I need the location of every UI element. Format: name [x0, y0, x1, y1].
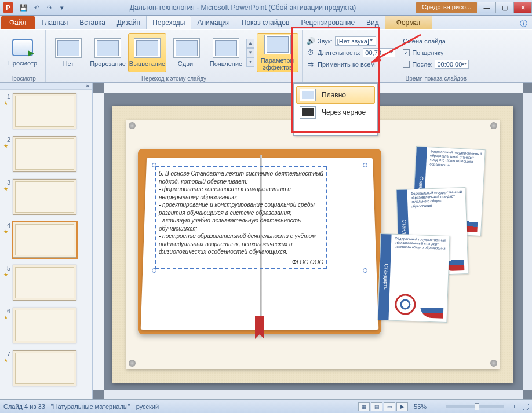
tab-review[interactable]: Рецензирование [295, 16, 360, 29]
group-preview-label: Просмотр [3, 74, 42, 82]
dropdown-item-smoothly[interactable]: Плавно [296, 86, 375, 104]
scrollbar-horizontal[interactable] [104, 390, 523, 399]
transition-push[interactable]: Сдвиг [167, 33, 206, 72]
ribbon-body: Просмотр Просмотр Нет Прорезание Выцвета… [0, 30, 532, 83]
effect-options-button[interactable]: Параметры эффектов [257, 33, 298, 72]
after-spinner[interactable]: 00:00,00▴▾ [435, 60, 469, 69]
tab-insert[interactable]: Вставка [74, 16, 111, 29]
after-value: 00:00,00 [437, 61, 462, 68]
thumb-number: 6 [3, 308, 10, 315]
thumbnail-row[interactable]: 4★ [0, 218, 92, 261]
transition-none-icon [55, 38, 82, 58]
selected-text-frame[interactable]: 5. В основе Стандарта лежит системно-дея… [155, 166, 327, 269]
slide-thumbnail[interactable] [13, 136, 76, 172]
thumb-number: 2 [3, 136, 10, 143]
selection-handle[interactable] [363, 163, 367, 167]
help-icon[interactable]: ⓘ [520, 19, 527, 29]
book-line: подход, который обеспечивает: [159, 178, 323, 186]
undo-icon[interactable]: ↶ [31, 2, 42, 13]
group-timing-label: Время показа слайдов [403, 74, 469, 82]
panel-close-icon[interactable]: ✕ [85, 83, 90, 89]
transition-fade-icon [134, 38, 161, 58]
animation-star-icon: ★ [3, 272, 10, 277]
slide-plate: 5. В основе Стандарта лежит системно-дея… [126, 120, 500, 369]
group-transitions-label: Переход к этому слайду [49, 74, 298, 82]
book-line: непрерывному образованию; [159, 193, 323, 202]
file-tab[interactable]: Файл [1, 16, 35, 29]
slide-thumbnail[interactable] [13, 93, 76, 129]
zoom-in-button[interactable]: + [513, 403, 516, 410]
thumb-number: 7 [3, 350, 10, 357]
thumbnail-row[interactable]: 7★ [0, 347, 92, 390]
selection-handle[interactable] [152, 163, 156, 167]
thumbnail-row[interactable]: 3★ [0, 176, 92, 218]
zoom-thumb[interactable] [475, 403, 479, 410]
book-textbox[interactable]: 5. В основе Стандарта лежит системно-дея… [155, 166, 364, 269]
zoom-slider[interactable] [446, 405, 504, 408]
slide-thumbnail[interactable] [13, 350, 76, 386]
tab-design[interactable]: Дизайн [111, 16, 146, 29]
card-3[interactable]: СтандартыФедеральный государственный обр… [377, 233, 450, 323]
transition-cut-icon [94, 38, 121, 58]
thumbnail-row[interactable]: 1★ [0, 90, 92, 133]
dropdown-item-through-black[interactable]: Через черное [296, 104, 375, 121]
effect-options-label: Параметры эффектов [257, 57, 298, 71]
book-line: обучающихся; [159, 225, 323, 233]
tab-home[interactable]: Главная [36, 16, 74, 29]
slide-thumbnail[interactable] [13, 265, 76, 301]
view-reading[interactable]: ▭ [384, 402, 395, 411]
view-normal[interactable]: ▦ [358, 402, 370, 411]
card-body: Федеральный государственный образователь… [429, 149, 482, 169]
book-line: физиологических особенностей обучающихся… [159, 248, 323, 256]
bookmark-icon [255, 316, 264, 339]
close-button[interactable]: ✕ [513, 2, 532, 13]
status-language[interactable]: русский [136, 403, 159, 410]
view-sorter[interactable]: ▤ [371, 402, 382, 411]
book-line: 5. В основе Стандарта лежит системно-дея… [159, 170, 323, 178]
tab-view[interactable]: Вид [360, 16, 385, 29]
thumb-number: 3 [3, 179, 10, 186]
thumbnail-row[interactable]: 6★ [0, 304, 92, 347]
logo-icon [395, 294, 416, 315]
thumbnail-row[interactable]: 5★ [0, 261, 92, 304]
annotation-arrow [369, 32, 427, 67]
book-shape[interactable]: 5. В основе Стандарта лежит системно-дея… [144, 155, 376, 328]
zoom-percent[interactable]: 55% [414, 403, 427, 410]
view-slideshow[interactable]: ▶ [396, 402, 408, 411]
fit-button[interactable]: ⛶ [522, 403, 529, 410]
zoom-out-button[interactable]: − [432, 403, 436, 410]
transition-appear[interactable]: Появление [207, 33, 245, 72]
tab-format[interactable]: Формат [385, 16, 433, 29]
spacer-label [306, 74, 395, 82]
contextual-tab-label: Средства рисо... [416, 2, 477, 13]
ribbon-tabs: Файл Главная Вставка Дизайн Переходы Ани… [0, 16, 532, 30]
panel-tabs[interactable]: ✕ [0, 83, 92, 90]
thumbnail-row[interactable]: 2★ [0, 133, 92, 176]
rivet-icon [129, 122, 136, 129]
transition-none[interactable]: Нет [49, 33, 88, 72]
gallery-scroll[interactable]: ▲▼▾ [246, 39, 254, 67]
slide-thumbnail[interactable] [13, 308, 76, 343]
slide-canvas[interactable]: 5. В основе Стандарта лежит системно-дея… [112, 106, 513, 383]
slide-thumbnail[interactable] [13, 222, 76, 258]
effect-options-icon [264, 35, 291, 54]
qat-dropdown-icon[interactable]: ▾ [57, 2, 67, 13]
tab-slideshow[interactable]: Показ слайдов [236, 16, 296, 29]
tab-transitions[interactable]: Переходы [146, 16, 191, 29]
slide-thumbnail[interactable] [13, 179, 76, 215]
save-icon[interactable]: 💾 [19, 2, 29, 13]
selection-handle[interactable] [363, 268, 367, 273]
preview-button[interactable]: Просмотр [3, 33, 42, 72]
transition-fade[interactable]: Выцветание [128, 33, 166, 72]
transition-cut[interactable]: Прорезание [89, 33, 127, 72]
minimize-button[interactable]: — [478, 2, 496, 13]
group-preview: Просмотр Просмотр [0, 30, 46, 82]
maximize-button[interactable]: ▢ [495, 2, 514, 13]
apply-all-button[interactable]: Применить ко всем [318, 61, 375, 68]
selection-handle[interactable] [152, 268, 156, 273]
scrollbar-vertical[interactable] [523, 93, 532, 390]
transition-gallery: Нет Прорезание Выцветание Сдвиг Появлени… [49, 33, 254, 72]
card-body: Федеральный государственный образователь… [411, 190, 464, 209]
tab-animations[interactable]: Анимация [191, 16, 235, 29]
redo-icon[interactable]: ↷ [44, 2, 54, 13]
